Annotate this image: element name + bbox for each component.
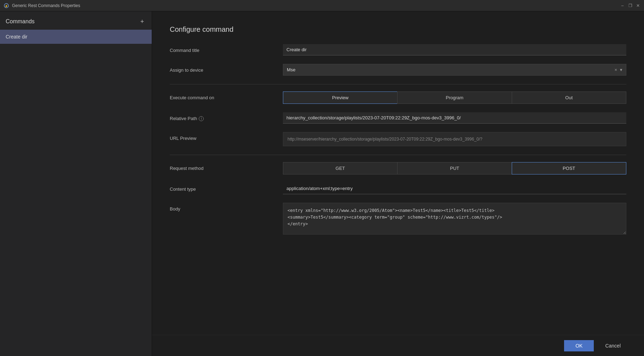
execute-command-group: Preview Program Out [283,91,626,104]
relative-path-row: Relative Path i [170,112,626,124]
request-method-control: GET PUT POST [283,162,626,174]
url-preview-row: URL Preview http://mseserver/hierarchy_c… [170,132,626,146]
svg-text:⚡: ⚡ [5,4,8,8]
execute-preview-button[interactable]: Preview [283,91,397,104]
command-title-label: Command title [170,44,283,53]
relative-path-label: Relative Path i [170,112,283,121]
add-command-button[interactable]: + [138,18,146,25]
sidebar-title: Commands [6,18,35,25]
command-title-row: Command title [170,44,626,55]
dropdown-icon[interactable]: ▾ [620,67,622,72]
titlebar: ⚡ Generic Rest Commands Properties – ❐ ✕ [0,0,644,11]
execute-program-button[interactable]: Program [397,91,511,104]
content-type-control [283,183,626,194]
sidebar: Commands + Create dir [0,11,152,356]
post-button[interactable]: POST [512,162,626,174]
content-inner: Configure command Command title Assign t… [152,11,644,335]
window-title: Generic Rest Commands Properties [12,3,620,8]
relative-path-text: Relative Path [170,116,197,121]
execute-command-row: Execute command on Preview Program Out [170,91,626,104]
body-control [283,203,626,236]
body-row: Body [170,203,626,236]
divider-2 [170,155,626,155]
clear-icon[interactable]: × [614,67,617,72]
close-button[interactable]: ✕ [636,3,640,8]
content-type-row: Content type [170,183,626,194]
select-box-controls: × ▾ [614,67,622,72]
sidebar-item-create-dir[interactable]: Create dir [0,30,152,44]
relative-path-control [283,112,626,124]
get-button[interactable]: GET [283,162,397,174]
sidebar-header: Commands + [0,11,152,30]
window-controls: – ❐ ✕ [620,3,640,8]
url-preview-box: http://mseserver/hierarchy_collection/st… [283,132,626,146]
execute-out-button[interactable]: Out [512,91,626,104]
info-icon: i [199,116,204,121]
ok-button[interactable]: OK [564,340,594,351]
relative-path-input[interactable] [283,112,626,124]
assign-device-control: Mse × ▾ [283,64,626,76]
execute-command-label: Execute command on [170,91,283,100]
content-type-label: Content type [170,183,283,192]
cancel-button[interactable]: Cancel [599,340,626,351]
content-type-input[interactable] [283,183,626,194]
main-container: Commands + Create dir Configure command … [0,11,644,356]
request-method-row: Request method GET PUT POST [170,162,626,174]
url-preview-label: URL Preview [170,132,283,141]
relative-path-label-group: Relative Path i [170,116,283,121]
assign-device-value: Mse [287,67,614,72]
restore-button[interactable]: ❐ [628,3,633,8]
assign-device-label: Assign to device [170,64,283,73]
url-preview-control: http://mseserver/hierarchy_collection/st… [283,132,626,146]
body-label: Body [170,203,283,212]
minimize-button[interactable]: – [620,3,625,8]
configure-title: Configure command [170,25,626,34]
body-textarea[interactable] [283,203,626,235]
assign-device-select[interactable]: Mse × ▾ [283,64,626,76]
footer: OK Cancel [152,335,644,356]
command-title-control [283,44,626,55]
sidebar-item-label: Create dir [6,34,27,40]
app-icon: ⚡ [4,3,9,8]
put-button[interactable]: PUT [397,162,511,174]
assign-device-row: Assign to device Mse × ▾ [170,64,626,76]
request-method-group: GET PUT POST [283,162,626,174]
command-title-input[interactable] [283,44,626,55]
content-area: Configure command Command title Assign t… [152,11,644,356]
execute-command-control: Preview Program Out [283,91,626,104]
divider-1 [170,84,626,84]
request-method-label: Request method [170,162,283,171]
